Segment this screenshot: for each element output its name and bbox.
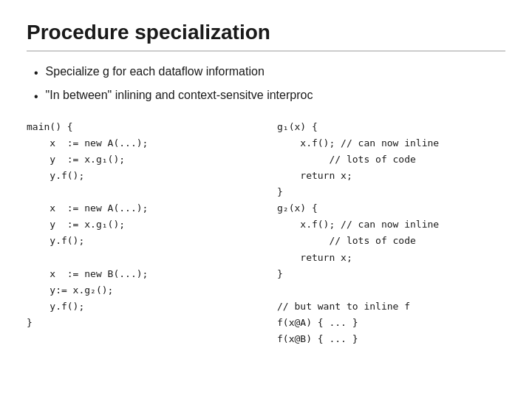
bullet-text-2: "In between" inlining and context-sensit…	[46, 87, 313, 103]
code-left: main() { x := new A(...); y := x.g₁(); y…	[27, 119, 255, 347]
bullet-item-1: • Specialize g for each dataflow informa…	[34, 64, 505, 81]
bullet-item-2: • "In between" inlining and context-sens…	[34, 87, 505, 105]
code-right: g₁(x) { x.f(); // can now inline // lots…	[277, 119, 505, 347]
bullet-dot-1: •	[34, 65, 38, 81]
bullets-list: • Specialize g for each dataflow informa…	[27, 64, 505, 106]
code-area: main() { x := new A(...); y := x.g₁(); y…	[27, 119, 505, 347]
code-block-right: g₁(x) { x.f(); // can now inline // lots…	[277, 119, 505, 347]
bullet-text-1: Specialize g for each dataflow informati…	[46, 64, 265, 80]
slide-container: Procedure specialization • Specialize g …	[0, 0, 532, 399]
slide-title: Procedure specialization	[27, 21, 505, 52]
code-block-left: main() { x := new A(...); y := x.g₁(); y…	[27, 119, 255, 331]
bullet-dot-2: •	[34, 89, 38, 105]
